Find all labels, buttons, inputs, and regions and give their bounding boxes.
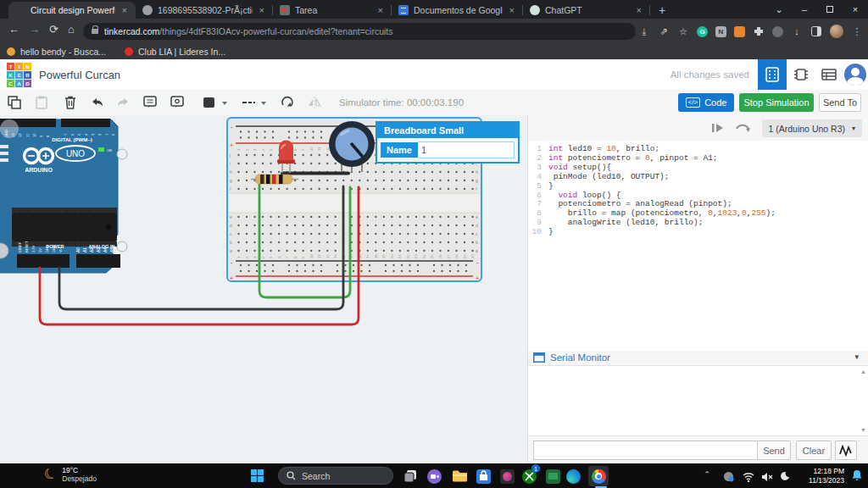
breadboard-hole[interactable] <box>415 180 417 181</box>
breadboard-hole[interactable] <box>391 250 392 252</box>
breadboard-hole[interactable] <box>367 250 369 252</box>
breadboard-hole[interactable] <box>439 225 441 226</box>
breadboard-hole[interactable] <box>344 264 346 266</box>
breadboard-hole[interactable] <box>278 225 280 226</box>
breadboard-hole[interactable] <box>399 233 401 235</box>
breadboard-hole[interactable] <box>423 225 425 226</box>
tinkercad-logo[interactable]: TINKERCAD <box>7 63 31 87</box>
breadboard-hole[interactable] <box>303 225 304 226</box>
breadboard-hole[interactable] <box>304 264 306 266</box>
code-editor[interactable]: 1int led10 = 10, brillo;2int potenciomet… <box>528 141 868 351</box>
breadboard-hole[interactable] <box>253 171 255 173</box>
breadboard-hole[interactable] <box>391 180 392 181</box>
breadboard-hole[interactable] <box>320 270 322 272</box>
share-icon[interactable]: ⇗ <box>658 25 670 37</box>
breadboard-hole[interactable] <box>455 233 457 235</box>
breadboard-hole[interactable] <box>367 216 369 218</box>
breadboard-hole[interactable] <box>237 233 239 235</box>
breadboard-hole[interactable] <box>448 171 449 173</box>
breadboard-hole[interactable] <box>423 188 425 190</box>
breadboard-hole[interactable] <box>335 180 337 181</box>
breadboard-hole[interactable] <box>399 180 401 181</box>
breadboard-hole[interactable] <box>304 130 306 132</box>
breadboard-hole[interactable] <box>464 188 465 190</box>
breadboard-hole[interactable] <box>253 241 255 243</box>
breadboard-hole[interactable] <box>448 180 449 181</box>
breadboard-hole[interactable] <box>337 270 338 272</box>
breadboard-hole[interactable] <box>415 241 417 243</box>
breadboard-hole[interactable] <box>296 264 298 266</box>
breadboard-hole[interactable] <box>344 270 346 272</box>
file-explorer-icon[interactable] <box>449 466 470 486</box>
breadboard-hole[interactable] <box>320 130 322 132</box>
breadboard-hole[interactable] <box>455 250 457 252</box>
breadboard-hole[interactable] <box>383 188 385 190</box>
breadboard-hole[interactable] <box>286 225 287 226</box>
breadboard-hole[interactable] <box>369 264 370 266</box>
breadboard-hole[interactable] <box>294 250 296 252</box>
breadboard-hole[interactable] <box>326 163 328 164</box>
breadboard-hole[interactable] <box>335 216 337 218</box>
breadboard-hole[interactable] <box>320 264 322 266</box>
breadboard-hole[interactable] <box>278 188 280 190</box>
breadboard-hole[interactable] <box>383 250 385 252</box>
serial-clear-button[interactable]: Clear <box>796 441 832 460</box>
breadboard-hole[interactable] <box>409 270 410 272</box>
breadboard-hole[interactable] <box>278 250 280 252</box>
breadboard-hole[interactable] <box>383 171 385 173</box>
scroll-up-icon[interactable]: ▲ <box>860 369 866 374</box>
breadboard-hole[interactable] <box>471 216 473 218</box>
breadboard-hole[interactable] <box>310 233 312 235</box>
breadboard-hole[interactable] <box>237 154 239 156</box>
breadboard-hole[interactable] <box>335 163 337 164</box>
breadboard-hole[interactable] <box>342 180 344 181</box>
breadboard-hole[interactable] <box>278 171 280 173</box>
breadboard-hole[interactable] <box>401 270 403 272</box>
breadboard-hole[interactable] <box>337 264 338 266</box>
breadboard-hole[interactable] <box>288 264 290 266</box>
stop-simulation-button[interactable]: Stop Simulation <box>739 93 814 112</box>
breadboard-hole[interactable] <box>441 270 442 272</box>
redo-icon[interactable] <box>115 95 131 110</box>
breadboard-hole[interactable] <box>367 171 369 173</box>
breadboard-hole[interactable] <box>270 233 271 235</box>
breadboard-hole[interactable] <box>465 264 467 266</box>
breadboard-hole[interactable] <box>409 264 410 266</box>
breadboard-hole[interactable] <box>319 188 320 190</box>
breadboard-hole[interactable] <box>383 241 385 243</box>
breadboard-hole[interactable] <box>439 241 441 243</box>
name-field-input[interactable] <box>418 141 515 158</box>
breadboard-hole[interactable] <box>391 216 392 218</box>
breadboard-hole[interactable] <box>286 216 287 218</box>
breadboard-hole[interactable] <box>270 188 271 190</box>
breadboard-hole[interactable] <box>431 233 433 235</box>
downloads-icon[interactable]: ↓ <box>791 25 803 37</box>
breadboard-hole[interactable] <box>407 188 409 190</box>
breadboard-hole[interactable] <box>248 130 249 132</box>
breadboard-hole[interactable] <box>464 180 465 181</box>
breadboard-hole[interactable] <box>262 241 264 243</box>
green-app-icon[interactable] <box>542 466 563 486</box>
breadboard-hole[interactable] <box>294 154 296 156</box>
breadboard-hole[interactable] <box>262 163 264 164</box>
breadboard-hole[interactable] <box>351 180 353 181</box>
breadboard-hole[interactable] <box>423 216 425 218</box>
breadboard-hole[interactable] <box>272 136 274 138</box>
paste-icon[interactable] <box>34 95 49 110</box>
breadboard-hole[interactable] <box>431 225 433 226</box>
breadboard-hole[interactable] <box>326 188 328 190</box>
taskbar-search[interactable]: Search <box>278 467 393 485</box>
breadboard-hole[interactable] <box>278 233 280 235</box>
serial-send-button[interactable]: Send <box>757 441 791 460</box>
breadboard-hole[interactable] <box>407 233 409 235</box>
breadboard-hole[interactable] <box>303 163 304 164</box>
breadboard-hole[interactable] <box>246 180 248 181</box>
taskbar-clock[interactable]: 12:18 PM 11/13/2023 <box>809 467 844 485</box>
breadboard-hole[interactable] <box>455 188 457 190</box>
scroll-down-icon[interactable]: ▼ <box>860 427 866 433</box>
breadboard-hole[interactable] <box>296 270 298 272</box>
component-list-view-button[interactable] <box>815 59 843 90</box>
new-tab-button[interactable]: + <box>650 2 674 19</box>
breadboard-hole[interactable] <box>335 188 337 190</box>
breadboard-hole[interactable] <box>431 250 433 252</box>
